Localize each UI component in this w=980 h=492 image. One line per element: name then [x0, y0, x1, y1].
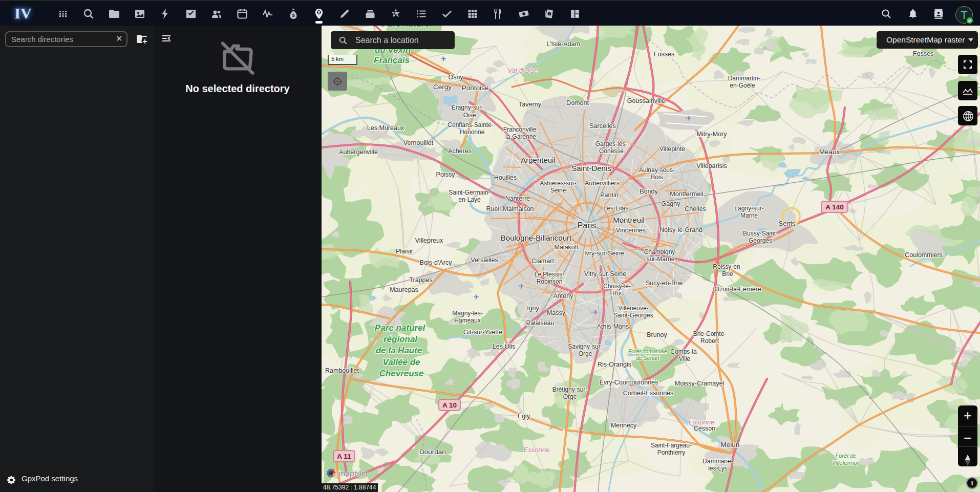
svg-text:Rambouillet: Rambouillet — [325, 367, 359, 374]
svg-text:Hameaux: Hameaux — [454, 317, 480, 324]
svg-text:Orge: Orge — [579, 350, 592, 357]
svg-text:Gagny: Gagny — [662, 200, 681, 207]
svg-text:Parc naturel: Parc naturel — [382, 26, 433, 29]
svg-text:Brunoy: Brunoy — [647, 331, 667, 338]
svg-text:Saint-Denis: Saint-Denis — [571, 164, 611, 173]
svg-text:Montfermeil: Montfermeil — [670, 190, 703, 198]
svg-text:Champigny-: Champigny- — [644, 248, 677, 255]
svg-text:Moissy-Cramayel: Moissy-Cramayel — [675, 380, 725, 387]
svg-text:Villeneuve-: Villeneuve- — [618, 305, 648, 312]
svg-text:✈: ✈ — [686, 114, 692, 122]
svg-text:Saint-Germain-: Saint-Germain- — [449, 189, 490, 196]
svg-text:Vincennes: Vincennes — [616, 227, 646, 234]
svg-text:Égly: Égly — [518, 412, 530, 420]
svg-text:Villepreux: Villepreux — [415, 237, 443, 244]
svg-text:Garges-lès-: Garges-lès- — [595, 140, 628, 147]
svg-text:Robert: Robert — [700, 337, 719, 345]
svg-text:Gif-sur-Yvette: Gif-sur-Yvette — [463, 329, 502, 336]
svg-text:✈: ✈ — [518, 282, 524, 290]
svg-text:Sarcelles: Sarcelles — [589, 122, 615, 130]
svg-text:Bondy: Bondy — [640, 188, 658, 195]
svg-text:Rueil-Malmaison: Rueil-Malmaison — [486, 205, 534, 212]
svg-text:les-Lys: les-Lys — [708, 465, 728, 472]
svg-text:Dourdan: Dourdan — [419, 448, 446, 456]
svg-text:Ville: Ville — [679, 355, 691, 362]
svg-text:Massy: Massy — [547, 309, 566, 316]
svg-text:Montreuil: Montreuil — [613, 216, 645, 224]
svg-text:Bois-d'Arcy: Bois-d'Arcy — [420, 259, 453, 266]
svg-text:A 10: A 10 — [442, 401, 457, 409]
svg-text:Villefermoy: Villefermoy — [832, 460, 861, 466]
svg-text:Les Mureaux: Les Mureaux — [367, 124, 404, 132]
svg-text:Essonne: Essonne — [689, 418, 715, 426]
svg-text:Sucy-en-Brie: Sucy-en-Brie — [646, 280, 683, 287]
svg-text:Parc naturel: Parc naturel — [375, 323, 426, 333]
svg-text:Athis-Mons: Athis-Mons — [597, 323, 629, 330]
svg-text:Oise: Oise — [463, 112, 476, 119]
svg-text:Palaiseau: Palaiseau — [526, 319, 555, 327]
svg-text:Les Ulis: Les Ulis — [493, 343, 515, 350]
svg-text:Argenteuil: Argenteuil — [521, 156, 556, 164]
svg-text:Chevreuse: Chevreuse — [379, 369, 424, 378]
svg-text:Bois: Bois — [651, 174, 663, 181]
svg-text:Combs-la-: Combs-la- — [670, 348, 698, 355]
svg-text:Meaux: Meaux — [819, 148, 840, 156]
svg-text:de la Haute: de la Haute — [376, 346, 422, 355]
svg-text:en-Goële: en-Goële — [730, 82, 755, 89]
svg-text:Vitry-sur-Seine: Vitry-sur-Seine — [584, 270, 626, 277]
svg-text:Aubergenville: Aubergenville — [339, 148, 378, 156]
svg-text:Houilles: Houilles — [494, 174, 517, 181]
svg-text:Ozoir-la-Ferrière: Ozoir-la-Ferrière — [714, 286, 761, 293]
svg-text:Coulommiers: Coulommiers — [905, 251, 943, 259]
svg-text:Saint-Georges: Saint-Georges — [613, 312, 653, 319]
svg-text:régional: régional — [384, 334, 418, 344]
svg-text:Clamart: Clamart — [531, 258, 554, 265]
svg-text:Antony: Antony — [553, 292, 574, 300]
svg-text:Gonesse: Gonesse — [599, 147, 624, 155]
svg-text:Villeparisis: Villeparisis — [696, 162, 727, 169]
svg-text:Osny: Osny — [448, 74, 463, 81]
svg-text:sur-Marne: sur-Marne — [647, 255, 675, 263]
svg-text:Forêt domaniale: Forêt domaniale — [628, 348, 667, 354]
svg-text:Vernouillet: Vernouillet — [403, 139, 434, 146]
svg-text:Essonne: Essonne — [524, 446, 550, 454]
svg-text:Noisy-le-Grand: Noisy-le-Grand — [659, 226, 702, 233]
svg-text:Mitry-Mory: Mitry-Mory — [696, 131, 727, 138]
svg-text:Ivry-sur-Seine: Ivry-sur-Seine — [584, 250, 624, 257]
svg-text:Achères: Achères — [448, 147, 472, 155]
svg-text:Dammarie-: Dammarie- — [702, 458, 733, 465]
svg-text:A 140: A 140 — [825, 203, 844, 211]
svg-text:C: C — [394, 11, 397, 16]
svg-text:Cergy: Cergy — [433, 83, 452, 91]
svg-text:Savigny-sur-: Savigny-sur- — [568, 343, 602, 350]
svg-text:L'Isle-Adam: L'Isle-Adam — [546, 40, 580, 48]
svg-text:Chelles: Chelles — [685, 205, 706, 212]
svg-text:✈: ✈ — [473, 293, 479, 301]
svg-text:✈: ✈ — [592, 308, 599, 316]
svg-text:Versailles: Versailles — [471, 256, 498, 264]
svg-text:Taverny: Taverny — [519, 101, 542, 108]
svg-text:Roi: Roi — [612, 290, 622, 297]
svg-text:Seine: Seine — [550, 187, 566, 194]
svg-text:Pontoise: Pontoise — [462, 84, 489, 92]
svg-text:Roissy-en-: Roissy-en- — [713, 263, 742, 270]
svg-text:Serris: Serris — [779, 220, 796, 227]
svg-text:Vallée de: Vallée de — [382, 357, 420, 367]
svg-text:Trappes: Trappes — [409, 276, 432, 284]
svg-text:la-Garenne: la-Garenne — [505, 133, 536, 140]
svg-text:Forêt de: Forêt de — [836, 453, 857, 459]
svg-text:Mennecy: Mennecy — [611, 422, 637, 429]
svg-text:✈: ✈ — [440, 55, 446, 63]
svg-text:Français: Français — [374, 55, 410, 65]
svg-text:Domont: Domont — [566, 99, 589, 106]
svg-text:Saint-Fargeau-: Saint-Fargeau- — [651, 442, 692, 449]
svg-text:Marne: Marne — [740, 212, 758, 219]
svg-text:Orge: Orge — [563, 393, 577, 400]
svg-text:Goussainville: Goussainville — [627, 97, 665, 104]
svg-text:Maurepas: Maurepas — [390, 286, 418, 293]
svg-text:Boulogne-Billancourt: Boulogne-Billancourt — [501, 233, 572, 242]
svg-text:Bussy-Saint-: Bussy-Saint- — [743, 230, 778, 237]
svg-text:de Sénart: de Sénart — [636, 355, 660, 361]
svg-text:Melun: Melun — [721, 441, 740, 448]
svg-text:Ris-Orangis: Ris-Orangis — [598, 361, 631, 368]
